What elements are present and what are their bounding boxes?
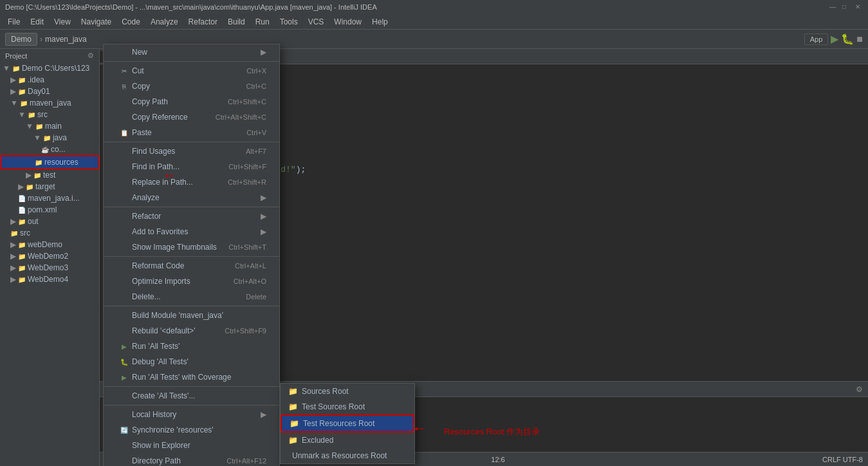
ctx-run-coverage[interactable]: ▶ Run 'All Tests' with Coverage: [104, 369, 279, 385]
ctx-show-thumbnails[interactable]: Show Image Thumbnails Ctrl+Shift+T: [104, 239, 279, 255]
ctx-create-tests[interactable]: Create 'All Tests'...: [104, 388, 279, 404]
tree-item-src[interactable]: ▼ 📁 src: [0, 109, 99, 120]
sidebar-settings-icon[interactable]: ⚙: [88, 51, 94, 60]
ctx-label: Copy: [132, 82, 246, 91]
ctx-shortcut: Ctrl+Shift+F9: [225, 327, 266, 335]
stop-button[interactable]: ■: [856, 33, 863, 45]
tree-item-test[interactable]: ▶ 📁 test: [0, 169, 99, 181]
ctx-optimize-imports[interactable]: Optimize Imports Ctrl+Alt+O: [104, 274, 279, 289]
title-text: Demo [C:\Users\123\IdeaProjects\Demo] - …: [5, 3, 377, 11]
submenu-unmark-resources[interactable]: Unmark as Resources Root: [281, 448, 414, 463]
close-btn[interactable]: ✕: [855, 3, 863, 11]
menu-help[interactable]: Help: [367, 16, 393, 28]
menu-vcs[interactable]: VCS: [303, 16, 329, 28]
ctx-debug-tests[interactable]: 🐛 Debug 'All Tests': [104, 354, 279, 369]
menu-tools[interactable]: Tools: [275, 16, 303, 28]
ctx-find-path[interactable]: Find in Path... Ctrl+Shift+F: [104, 159, 279, 174]
mark-directory-submenu: 📁 Sources Root 📁 Test Sources Root 📁 Tes…: [280, 383, 415, 464]
tree-item-src2[interactable]: 📁 src: [0, 227, 99, 239]
menu-view[interactable]: View: [49, 16, 76, 28]
run-settings-icon[interactable]: ⚙: [856, 385, 863, 394]
chevron-right-icon: ▶: [10, 252, 16, 261]
tree-item-idea[interactable]: ▶ 📁 .idea: [0, 74, 99, 86]
menu-window[interactable]: Window: [329, 16, 367, 28]
ctx-shortcut: Ctrl+Alt+L: [235, 262, 266, 270]
window-controls[interactable]: — □ ✕: [829, 3, 863, 11]
ctx-replace-path[interactable]: Replace in Path... Ctrl+Shift+R: [104, 174, 279, 190]
ctx-reformat[interactable]: Reformat Code Ctrl+Alt+L: [104, 258, 279, 274]
tree-item-com[interactable]: ☕ co...: [0, 144, 99, 155]
tree-item-webdemo[interactable]: ▶ 📁 webDemo: [0, 239, 99, 250]
test-resources-icon: 📁: [290, 419, 299, 428]
menu-navigate[interactable]: Navigate: [76, 16, 116, 28]
ctx-add-favorites[interactable]: Add to Favorites ▶: [104, 224, 279, 239]
tree-item-target[interactable]: ▶ 📁 target: [0, 181, 99, 192]
folder-icon: 📁: [26, 183, 33, 191]
tree-item-maven-iml[interactable]: 📄 maven_java.i...: [0, 192, 99, 204]
ctx-label: Replace in Path...: [132, 178, 228, 187]
project-selector[interactable]: Demo: [5, 33, 37, 46]
submenu-test-sources-root[interactable]: 📁 Test Sources Root: [281, 399, 414, 415]
submenu-label: Test Sources Root: [302, 402, 365, 411]
tree-item-maven-java[interactable]: ▼ 📁 maven_java: [0, 97, 99, 109]
sync-icon: 🔄: [119, 425, 129, 435]
run-button[interactable]: ▶: [831, 33, 838, 45]
ctx-local-history[interactable]: Local History ▶: [104, 407, 279, 422]
menu-run[interactable]: Run: [250, 16, 275, 28]
ctx-label: Reformat Code: [132, 261, 235, 270]
tree-item-main[interactable]: ▼ 📁 main: [0, 120, 99, 132]
ctx-cut[interactable]: ✂ Cut Ctrl+X: [104, 63, 279, 79]
ctx-label: Directory Path: [132, 456, 226, 465]
chevron-down-icon: ▼: [18, 110, 26, 119]
tree-item-pom[interactable]: 📄 pom.xml: [0, 204, 99, 216]
menu-code[interactable]: Code: [116, 16, 145, 28]
ctx-new[interactable]: New ▶: [104, 44, 279, 60]
ctx-find-usages[interactable]: Find Usages Alt+F7: [104, 144, 279, 159]
ctx-shortcut: Ctrl+Shift+C: [228, 98, 266, 106]
menu-refactor[interactable]: Refactor: [183, 16, 223, 28]
tree-item-resources[interactable]: 📁 resources: [0, 155, 99, 169]
ctx-copy-reference[interactable]: Copy Reference Ctrl+Alt+Shift+C: [104, 109, 279, 125]
tree-item-webdemo3[interactable]: ▶ 📁 WebDemo3: [0, 262, 99, 274]
folder-icon: 📁: [18, 253, 26, 260]
ctx-delete[interactable]: Delete... Delete: [104, 289, 279, 304]
tree-item-java[interactable]: ▼ 📁 java: [0, 132, 99, 144]
tree-item-webdemo2[interactable]: ▶ 📁 WebDemo2: [0, 250, 99, 262]
ctx-synchronize[interactable]: 🔄 Synchronize 'resources': [104, 422, 279, 438]
ctx-run-tests[interactable]: ▶ Run 'All Tests': [104, 339, 279, 354]
ctx-build-module[interactable]: Build Module 'maven_java': [104, 308, 279, 323]
menu-build[interactable]: Build: [223, 16, 250, 28]
debug-button[interactable]: 🐛: [841, 33, 854, 45]
ctx-copy[interactable]: ⎘ Copy Ctrl+C: [104, 79, 279, 94]
test-sources-icon: 📁: [288, 402, 298, 411]
tree-label: maven_java.i...: [28, 194, 80, 203]
tree-item-day01[interactable]: ▶ 📁 Day01: [0, 86, 99, 97]
submenu-sources-root[interactable]: 📁 Sources Root: [281, 384, 414, 399]
xml-icon: 📄: [18, 195, 26, 202]
chevron-right-icon: ▶: [10, 87, 16, 96]
maximize-btn[interactable]: □: [842, 3, 850, 11]
ctx-directory-path[interactable]: Directory Path Ctrl+Alt+F12: [104, 453, 279, 466]
tree-item-out[interactable]: ▶ 📁 out: [0, 216, 99, 227]
ctx-label: New: [132, 48, 255, 57]
menu-file[interactable]: File: [3, 16, 25, 28]
ctx-show-explorer[interactable]: Show in Explorer: [104, 438, 279, 453]
chevron-right-icon: ▶: [10, 217, 16, 226]
menu-analyze[interactable]: Analyze: [145, 16, 183, 28]
submenu-excluded[interactable]: 📁 Excluded: [281, 433, 414, 448]
ctx-copy-path[interactable]: Copy Path Ctrl+Shift+C: [104, 94, 279, 109]
submenu-test-resources-root[interactable]: 📁 Test Resources Root: [281, 415, 414, 433]
title-bar: Demo [C:\Users\123\IdeaProjects\Demo] - …: [0, 0, 868, 14]
ctx-rebuild[interactable]: Rebuild '<default>' Ctrl+Shift+F9: [104, 323, 279, 339]
ctx-refactor[interactable]: Refactor ▶: [104, 209, 279, 224]
tree-item-webdemo4[interactable]: ▶ 📁 WebDemo4: [0, 274, 99, 285]
minimize-btn[interactable]: —: [829, 3, 837, 11]
ctx-separator: [104, 306, 279, 306]
ctx-analyze[interactable]: Analyze ▶: [104, 190, 279, 205]
create-tests-icon: [119, 391, 129, 401]
ctx-paste[interactable]: 📋 Paste Ctrl+V: [104, 125, 279, 140]
run-config-selector[interactable]: App: [804, 33, 829, 45]
tree-label: java: [53, 133, 67, 142]
tree-item-demo[interactable]: ▼ 📁 Demo C:\Users\123: [0, 62, 99, 74]
menu-edit[interactable]: Edit: [25, 16, 49, 28]
